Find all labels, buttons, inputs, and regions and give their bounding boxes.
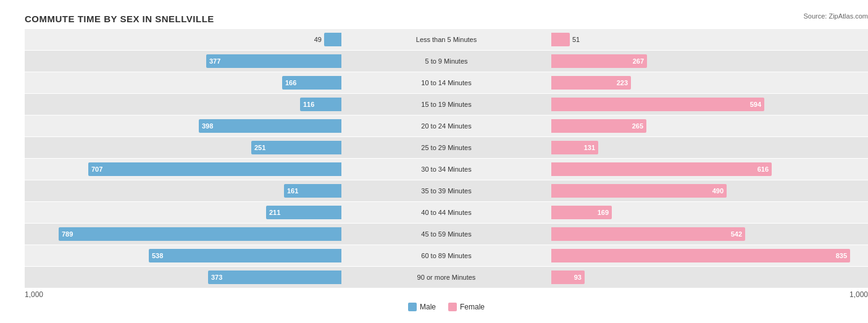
- bar-female-3: 594: [551, 98, 764, 111]
- value-female-inside-2: 223: [617, 79, 628, 86]
- legend-male: Male: [408, 303, 436, 311]
- bar-male-10: 538: [149, 249, 341, 262]
- table-row: 789 45 to 59 Minutes 542: [25, 224, 868, 245]
- value-female-inside-6: 616: [757, 166, 769, 173]
- axis-labels: 1,000 1,000: [25, 290, 868, 299]
- value-male-inside-7: 161: [287, 187, 298, 195]
- bar-female-0: [551, 33, 570, 46]
- value-female-inside-9: 542: [731, 230, 742, 238]
- bar-male-2: 166: [282, 76, 341, 90]
- value-female-inside-11: 93: [574, 274, 582, 281]
- table-row: 373 90 or more Minutes 93: [25, 267, 868, 288]
- value-male-inside-8: 211: [269, 209, 280, 216]
- table-row: 49 Less than 5 Minutes 51: [25, 29, 868, 50]
- value-female-inside-1: 267: [633, 57, 644, 65]
- value-female-outside-0: 51: [572, 36, 580, 43]
- value-male-inside-3: 116: [303, 101, 314, 108]
- bar-female-1: 267: [551, 54, 647, 68]
- chart-title: COMMUTE TIME BY SEX IN SNELLVILLE: [25, 14, 868, 24]
- table-row: 707 30 to 34 Minutes 616: [25, 159, 868, 180]
- value-female-inside-5: 131: [584, 144, 595, 151]
- axis-right: 1,000: [446, 290, 868, 299]
- bar-male-8: 211: [266, 206, 341, 219]
- value-male-inside-10: 538: [152, 252, 163, 259]
- table-row: 166 10 to 14 Minutes 223: [25, 72, 868, 93]
- legend-female-box: [448, 303, 457, 311]
- value-male-inside-5: 251: [254, 144, 265, 151]
- bar-female-9: 542: [551, 227, 745, 241]
- legend-female: Female: [448, 303, 485, 311]
- value-female-inside-8: 169: [598, 209, 609, 216]
- bar-female-4: 265: [551, 119, 646, 133]
- bar-female-2: 223: [551, 76, 631, 90]
- bar-male-5: 251: [251, 141, 341, 154]
- table-row: 377 5 to 9 Minutes 267: [25, 51, 868, 72]
- bar-female-7: 490: [551, 184, 727, 198]
- bar-male-3: 116: [300, 98, 341, 111]
- value-female-inside-4: 265: [632, 122, 643, 130]
- axis-left: 1,000: [25, 290, 446, 299]
- table-row: 251 25 to 29 Minutes 131: [25, 137, 868, 158]
- legend-male-box: [408, 303, 417, 311]
- value-male-inside-1: 377: [209, 57, 220, 65]
- bar-male-7: 161: [284, 184, 341, 198]
- bar-male-4: 398: [199, 119, 341, 133]
- legend-male-label: Male: [420, 303, 436, 311]
- table-row: 211 40 to 44 Minutes 169: [25, 202, 868, 223]
- value-male-outside-0: 49: [314, 36, 322, 43]
- value-female-inside-3: 594: [750, 101, 761, 108]
- bar-male-1: 377: [206, 54, 341, 68]
- value-male-inside-4: 398: [202, 122, 213, 130]
- value-male-inside-9: 789: [62, 230, 73, 238]
- bar-female-5: 131: [551, 141, 598, 154]
- value-male-inside-2: 166: [285, 79, 296, 86]
- chart-wrapper: 49 Less than 5 Minutes 51 377 5 to 9 Min…: [25, 29, 868, 311]
- value-male-inside-11: 373: [211, 274, 222, 281]
- table-row: 116 15 to 19 Minutes 594: [25, 94, 868, 115]
- value-female-inside-7: 490: [712, 187, 724, 195]
- value-male-inside-6: 707: [91, 166, 102, 173]
- bar-male-0: [324, 33, 341, 46]
- bar-female-11: 93: [551, 271, 585, 284]
- bar-female-6: 616: [551, 162, 772, 176]
- bar-male-9: 789: [59, 227, 341, 241]
- legend-female-label: Female: [460, 303, 485, 311]
- bar-female-8: 169: [551, 206, 612, 219]
- bar-male-11: 373: [208, 271, 341, 284]
- rows-container: 49 Less than 5 Minutes 51 377 5 to 9 Min…: [25, 29, 868, 288]
- table-row: 538 60 to 89 Minutes 835: [25, 245, 868, 266]
- legend: Male Female: [25, 303, 868, 311]
- table-row: 398 20 to 24 Minutes 265: [25, 115, 868, 136]
- source-label: Source: ZipAtlas.com: [803, 12, 868, 20]
- bar-male-6: 707: [88, 162, 341, 176]
- table-row: 161 35 to 39 Minutes 490: [25, 180, 868, 201]
- bar-female-10: 835: [551, 249, 850, 262]
- value-female-inside-10: 835: [836, 252, 847, 259]
